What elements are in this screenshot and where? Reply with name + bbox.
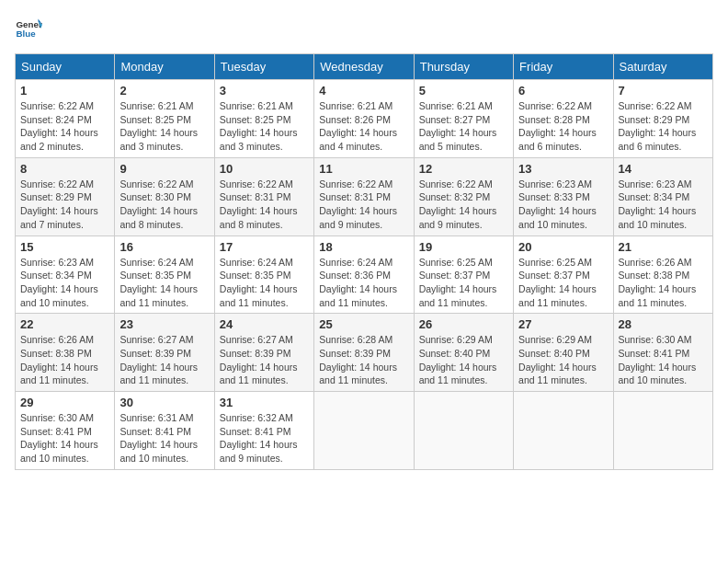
calendar-cell: 24 Sunrise: 6:27 AM Sunset: 8:39 PM Dayl… — [214, 314, 313, 392]
calendar-week-1: 1 Sunrise: 6:22 AM Sunset: 8:24 PM Dayli… — [16, 80, 713, 158]
weekday-header-saturday: Saturday — [613, 54, 712, 80]
daylight: Daylight: 14 hours and 10 minutes. — [119, 439, 198, 464]
calendar-cell: 16 Sunrise: 6:24 AM Sunset: 8:35 PM Dayl… — [115, 236, 214, 314]
daylight: Daylight: 14 hours and 8 minutes. — [220, 205, 298, 230]
sunset: Sunset: 8:29 PM — [20, 191, 92, 202]
sunset: Sunset: 8:39 PM — [319, 348, 391, 359]
day-number: 6 — [518, 84, 608, 98]
day-number: 7 — [619, 84, 708, 98]
header: General Blue — [15, 15, 713, 42]
calendar-cell: 19 Sunrise: 6:25 AM Sunset: 8:37 PM Dayl… — [414, 236, 513, 314]
calendar-cell: 9 Sunrise: 6:22 AM Sunset: 8:30 PM Dayli… — [115, 157, 214, 236]
calendar-cell: 7 Sunrise: 6:22 AM Sunset: 8:29 PM Dayli… — [613, 80, 712, 158]
calendar-cell: 30 Sunrise: 6:31 AM Sunset: 8:41 PM Dayl… — [115, 392, 214, 470]
sunrise: Sunrise: 6:25 AM — [419, 257, 493, 268]
daylight: Daylight: 14 hours and 10 minutes. — [619, 362, 697, 386]
day-number: 2 — [119, 84, 209, 98]
calendar-cell: 3 Sunrise: 6:21 AM Sunset: 8:25 PM Dayli… — [214, 80, 313, 158]
day-number: 18 — [319, 240, 408, 254]
sunrise: Sunrise: 6:26 AM — [619, 257, 692, 268]
daylight: Daylight: 14 hours and 3 minutes. — [220, 127, 298, 152]
day-info: Sunrise: 6:30 AM Sunset: 8:41 PM Dayligh… — [619, 333, 708, 387]
sunset: Sunset: 8:32 PM — [419, 191, 491, 202]
day-info: Sunrise: 6:22 AM Sunset: 8:32 PM Dayligh… — [419, 178, 508, 232]
day-number: 31 — [220, 396, 309, 409]
sunset: Sunset: 8:37 PM — [518, 270, 590, 281]
daylight: Daylight: 14 hours and 11 minutes. — [220, 362, 298, 386]
day-number: 3 — [220, 84, 309, 98]
daylight: Daylight: 14 hours and 10 minutes. — [20, 439, 98, 464]
calendar-cell — [314, 392, 414, 470]
day-number: 11 — [319, 162, 408, 176]
sunrise: Sunrise: 6:23 AM — [518, 178, 592, 190]
sunrise: Sunrise: 6:23 AM — [619, 178, 692, 190]
calendar-week-4: 22 Sunrise: 6:26 AM Sunset: 8:38 PM Dayl… — [16, 314, 713, 392]
daylight: Daylight: 14 hours and 11 minutes. — [518, 362, 597, 386]
weekday-header-friday: Friday — [514, 54, 613, 80]
day-number: 13 — [518, 162, 608, 176]
calendar-cell: 23 Sunrise: 6:27 AM Sunset: 8:39 PM Dayl… — [115, 314, 214, 392]
daylight: Daylight: 14 hours and 9 minutes. — [220, 439, 298, 464]
sunset: Sunset: 8:28 PM — [518, 114, 590, 125]
sunset: Sunset: 8:40 PM — [419, 348, 491, 359]
sunrise: Sunrise: 6:22 AM — [220, 178, 293, 190]
sunrise: Sunrise: 6:30 AM — [619, 334, 692, 345]
sunset: Sunset: 8:27 PM — [419, 114, 491, 125]
sunset: Sunset: 8:40 PM — [518, 348, 590, 359]
calendar-cell: 5 Sunrise: 6:21 AM Sunset: 8:27 PM Dayli… — [414, 80, 513, 158]
day-info: Sunrise: 6:24 AM Sunset: 8:36 PM Dayligh… — [319, 256, 408, 310]
day-number: 24 — [220, 317, 309, 331]
weekday-header-row: SundayMondayTuesdayWednesdayThursdayFrid… — [16, 54, 713, 80]
sunrise: Sunrise: 6:24 AM — [220, 257, 293, 268]
day-number: 21 — [619, 240, 708, 254]
calendar-cell: 10 Sunrise: 6:22 AM Sunset: 8:31 PM Dayl… — [214, 157, 313, 236]
daylight: Daylight: 14 hours and 2 minutes. — [20, 127, 98, 152]
daylight: Daylight: 14 hours and 9 minutes. — [419, 205, 497, 230]
sunset: Sunset: 8:41 PM — [220, 426, 291, 437]
day-info: Sunrise: 6:22 AM Sunset: 8:30 PM Dayligh… — [119, 178, 209, 232]
sunrise: Sunrise: 6:22 AM — [319, 178, 392, 190]
day-info: Sunrise: 6:27 AM Sunset: 8:39 PM Dayligh… — [220, 333, 309, 387]
calendar-cell: 20 Sunrise: 6:25 AM Sunset: 8:37 PM Dayl… — [514, 236, 613, 314]
weekday-header-monday: Monday — [115, 54, 214, 80]
sunrise: Sunrise: 6:32 AM — [220, 412, 293, 423]
day-info: Sunrise: 6:22 AM Sunset: 8:29 PM Dayligh… — [619, 99, 708, 154]
day-number: 30 — [119, 396, 209, 409]
sunrise: Sunrise: 6:25 AM — [518, 257, 592, 268]
calendar-cell: 17 Sunrise: 6:24 AM Sunset: 8:35 PM Dayl… — [214, 236, 313, 314]
day-info: Sunrise: 6:21 AM Sunset: 8:27 PM Dayligh… — [419, 99, 508, 154]
sunrise: Sunrise: 6:22 AM — [20, 178, 94, 190]
day-number: 8 — [20, 162, 109, 176]
day-number: 23 — [119, 317, 209, 331]
sunrise: Sunrise: 6:28 AM — [319, 334, 392, 345]
day-info: Sunrise: 6:21 AM Sunset: 8:25 PM Dayligh… — [220, 99, 309, 154]
daylight: Daylight: 14 hours and 5 minutes. — [419, 127, 497, 152]
calendar-cell: 18 Sunrise: 6:24 AM Sunset: 8:36 PM Dayl… — [314, 236, 414, 314]
weekday-header-wednesday: Wednesday — [314, 54, 414, 80]
day-info: Sunrise: 6:22 AM Sunset: 8:29 PM Dayligh… — [20, 178, 109, 232]
daylight: Daylight: 14 hours and 9 minutes. — [319, 205, 397, 230]
svg-text:Blue: Blue — [17, 29, 37, 39]
calendar-cell: 25 Sunrise: 6:28 AM Sunset: 8:39 PM Dayl… — [314, 314, 414, 392]
daylight: Daylight: 14 hours and 11 minutes. — [419, 283, 497, 308]
day-number: 4 — [319, 84, 408, 98]
day-info: Sunrise: 6:22 AM Sunset: 8:28 PM Dayligh… — [518, 99, 608, 154]
sunrise: Sunrise: 6:22 AM — [619, 100, 692, 111]
sunrise: Sunrise: 6:21 AM — [119, 100, 193, 111]
sunset: Sunset: 8:30 PM — [119, 191, 191, 202]
sunrise: Sunrise: 6:29 AM — [419, 334, 493, 345]
day-info: Sunrise: 6:23 AM Sunset: 8:34 PM Dayligh… — [619, 178, 708, 232]
calendar-cell: 1 Sunrise: 6:22 AM Sunset: 8:24 PM Dayli… — [16, 80, 115, 158]
daylight: Daylight: 14 hours and 10 minutes. — [619, 205, 697, 230]
sunrise: Sunrise: 6:22 AM — [419, 178, 493, 190]
daylight: Daylight: 14 hours and 11 minutes. — [119, 283, 198, 308]
day-number: 26 — [419, 317, 508, 331]
sunset: Sunset: 8:37 PM — [419, 270, 491, 281]
sunset: Sunset: 8:29 PM — [619, 114, 690, 125]
day-info: Sunrise: 6:24 AM Sunset: 8:35 PM Dayligh… — [119, 256, 209, 310]
calendar-cell: 28 Sunrise: 6:30 AM Sunset: 8:41 PM Dayl… — [613, 314, 712, 392]
sunset: Sunset: 8:24 PM — [20, 114, 92, 125]
sunset: Sunset: 8:41 PM — [119, 426, 191, 437]
calendar-cell: 21 Sunrise: 6:26 AM Sunset: 8:38 PM Dayl… — [613, 236, 712, 314]
weekday-header-tuesday: Tuesday — [214, 54, 313, 80]
